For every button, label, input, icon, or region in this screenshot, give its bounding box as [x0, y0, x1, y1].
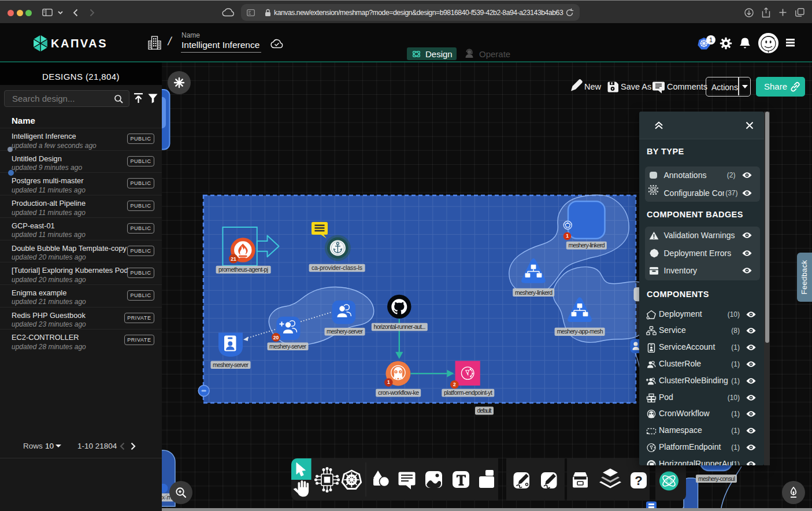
svg-text:meshery-server: meshery-server — [327, 328, 364, 335]
svg-text:meshery-app-mesh: meshery-app-mesh — [557, 328, 603, 335]
svg-text:21: 21 — [231, 256, 236, 262]
svg-text:ca-provider-class-ls: ca-provider-class-ls — [312, 264, 362, 271]
svg-text:1: 1 — [566, 233, 569, 239]
svg-text:platform-endpoint-yt: platform-endpoint-yt — [444, 389, 492, 396]
svg-text:default: default — [477, 407, 492, 414]
svg-text:2: 2 — [453, 382, 456, 387]
svg-text:prometheus-agent-pj: prometheus-agent-pj — [218, 266, 268, 273]
svg-text:meshery-consul: meshery-consul — [698, 475, 735, 482]
svg-text:meshery-linkerd: meshery-linkerd — [569, 242, 605, 249]
svg-text:meshery-server: meshery-server — [269, 343, 307, 350]
svg-text:meshery-linkerd: meshery-linkerd — [515, 289, 553, 296]
svg-text:?: ? — [635, 473, 642, 488]
svg-text:meshery-server: meshery-server — [213, 361, 249, 368]
svg-text:20: 20 — [273, 335, 279, 340]
svg-text:cron-workflow-ke: cron-workflow-ke — [378, 389, 419, 396]
svg-text:horizontal-runner-aut...: horizontal-runner-aut... — [374, 323, 426, 330]
svg-text:1: 1 — [387, 379, 390, 385]
